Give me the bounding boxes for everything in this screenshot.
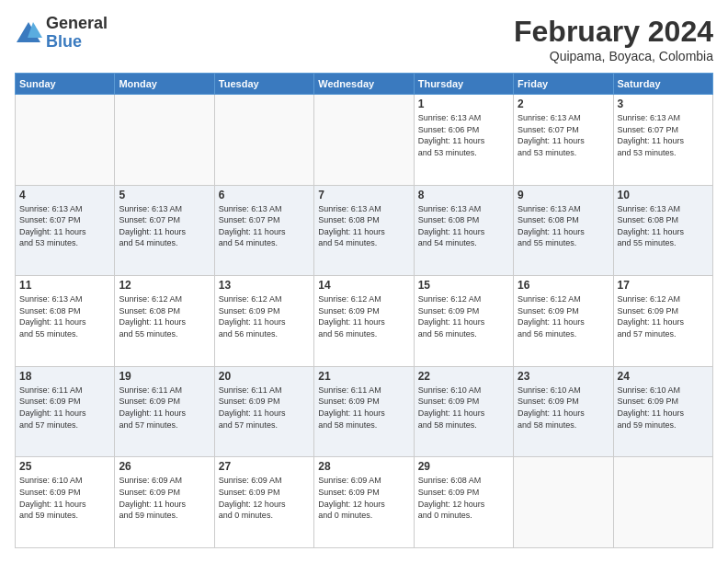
day-number: 25 (19, 460, 110, 473)
calendar-day: 22Sunrise: 6:10 AM Sunset: 6:09 PM Dayli… (414, 366, 513, 457)
calendar-day: 25Sunrise: 6:10 AM Sunset: 6:09 PM Dayli… (16, 457, 115, 548)
day-info: Sunrise: 6:09 AM Sunset: 6:09 PM Dayligh… (219, 475, 310, 521)
day-number: 5 (119, 189, 210, 201)
page: General Blue February 2024 Quipama, Boya… (0, 0, 728, 563)
day-number: 20 (219, 370, 310, 383)
calendar-week-5: 25Sunrise: 6:10 AM Sunset: 6:09 PM Dayli… (16, 457, 713, 548)
day-number: 22 (418, 370, 509, 383)
day-info: Sunrise: 6:13 AM Sunset: 6:07 PM Dayligh… (19, 203, 110, 249)
day-info: Sunrise: 6:13 AM Sunset: 6:07 PM Dayligh… (518, 112, 609, 158)
day-number: 9 (518, 189, 609, 201)
day-number: 24 (618, 370, 709, 383)
calendar-day (16, 95, 115, 186)
day-info: Sunrise: 6:12 AM Sunset: 6:09 PM Dayligh… (618, 293, 709, 339)
logo-text: General Blue (46, 15, 108, 52)
calendar-day (115, 95, 214, 186)
day-info: Sunrise: 6:13 AM Sunset: 6:08 PM Dayligh… (19, 293, 110, 339)
day-number: 8 (418, 189, 509, 201)
day-info: Sunrise: 6:10 AM Sunset: 6:09 PM Dayligh… (518, 385, 609, 431)
calendar-day: 1Sunrise: 6:13 AM Sunset: 6:06 PM Daylig… (414, 95, 513, 186)
day-info: Sunrise: 6:13 AM Sunset: 6:07 PM Dayligh… (219, 203, 310, 249)
header-row: Sunday Monday Tuesday Wednesday Thursday… (16, 74, 713, 95)
day-info: Sunrise: 6:13 AM Sunset: 6:08 PM Dayligh… (618, 203, 709, 249)
calendar-day: 10Sunrise: 6:13 AM Sunset: 6:08 PM Dayli… (613, 185, 712, 276)
day-info: Sunrise: 6:13 AM Sunset: 6:08 PM Dayligh… (318, 203, 409, 249)
day-info: Sunrise: 6:13 AM Sunset: 6:07 PM Dayligh… (618, 112, 709, 158)
day-number: 15 (418, 279, 509, 292)
day-info: Sunrise: 6:12 AM Sunset: 6:09 PM Dayligh… (318, 293, 409, 339)
day-number: 6 (219, 189, 310, 201)
calendar-day: 24Sunrise: 6:10 AM Sunset: 6:09 PM Dayli… (613, 366, 712, 457)
day-number: 29 (418, 460, 509, 473)
day-info: Sunrise: 6:13 AM Sunset: 6:06 PM Dayligh… (418, 112, 509, 158)
day-number: 14 (318, 279, 409, 292)
day-number: 12 (119, 279, 210, 292)
calendar-day: 12Sunrise: 6:12 AM Sunset: 6:08 PM Dayli… (115, 276, 214, 367)
calendar-day: 4Sunrise: 6:13 AM Sunset: 6:07 PM Daylig… (16, 185, 115, 276)
calendar-day: 2Sunrise: 6:13 AM Sunset: 6:07 PM Daylig… (514, 95, 613, 186)
calendar-day: 7Sunrise: 6:13 AM Sunset: 6:08 PM Daylig… (314, 185, 414, 276)
calendar-day: 23Sunrise: 6:10 AM Sunset: 6:09 PM Dayli… (514, 366, 613, 457)
title-location: Quipama, Boyaca, Colombia (514, 49, 713, 63)
day-info: Sunrise: 6:08 AM Sunset: 6:09 PM Dayligh… (418, 475, 509, 521)
day-info: Sunrise: 6:10 AM Sunset: 6:09 PM Dayligh… (618, 385, 709, 431)
logo-icon (15, 19, 42, 47)
col-friday: Friday (514, 74, 613, 95)
calendar-day: 11Sunrise: 6:13 AM Sunset: 6:08 PM Dayli… (16, 276, 115, 367)
calendar-week-4: 18Sunrise: 6:11 AM Sunset: 6:09 PM Dayli… (16, 366, 713, 457)
day-number: 18 (19, 370, 110, 383)
day-info: Sunrise: 6:11 AM Sunset: 6:09 PM Dayligh… (19, 385, 110, 431)
calendar-week-2: 4Sunrise: 6:13 AM Sunset: 6:07 PM Daylig… (16, 185, 713, 276)
day-number: 2 (518, 98, 609, 110)
day-info: Sunrise: 6:11 AM Sunset: 6:09 PM Dayligh… (318, 385, 409, 431)
day-info: Sunrise: 6:12 AM Sunset: 6:08 PM Dayligh… (119, 293, 210, 339)
day-number: 21 (318, 370, 409, 383)
day-number: 3 (618, 98, 709, 110)
calendar-day: 15Sunrise: 6:12 AM Sunset: 6:09 PM Dayli… (414, 276, 513, 367)
calendar-week-1: 1Sunrise: 6:13 AM Sunset: 6:06 PM Daylig… (16, 95, 713, 186)
day-info: Sunrise: 6:10 AM Sunset: 6:09 PM Dayligh… (418, 385, 509, 431)
calendar-day: 17Sunrise: 6:12 AM Sunset: 6:09 PM Dayli… (613, 276, 712, 367)
calendar-day: 8Sunrise: 6:13 AM Sunset: 6:08 PM Daylig… (414, 185, 513, 276)
day-number: 23 (518, 370, 609, 383)
calendar-header: Sunday Monday Tuesday Wednesday Thursday… (16, 74, 713, 95)
day-number: 17 (618, 279, 709, 292)
calendar-day: 14Sunrise: 6:12 AM Sunset: 6:09 PM Dayli… (314, 276, 414, 367)
day-info: Sunrise: 6:10 AM Sunset: 6:09 PM Dayligh… (19, 475, 110, 521)
col-tuesday: Tuesday (214, 74, 313, 95)
logo: General Blue (15, 15, 108, 52)
day-info: Sunrise: 6:11 AM Sunset: 6:09 PM Dayligh… (119, 385, 210, 431)
day-number: 1 (418, 98, 509, 110)
calendar-day: 26Sunrise: 6:09 AM Sunset: 6:09 PM Dayli… (115, 457, 214, 548)
day-info: Sunrise: 6:09 AM Sunset: 6:09 PM Dayligh… (318, 475, 409, 521)
day-number: 7 (318, 189, 409, 201)
day-number: 27 (219, 460, 310, 473)
calendar-day: 28Sunrise: 6:09 AM Sunset: 6:09 PM Dayli… (314, 457, 414, 548)
day-number: 13 (219, 279, 310, 292)
day-number: 26 (119, 460, 210, 473)
calendar-day: 5Sunrise: 6:13 AM Sunset: 6:07 PM Daylig… (115, 185, 214, 276)
calendar-day (613, 457, 712, 548)
calendar-day (214, 95, 313, 186)
calendar-day: 16Sunrise: 6:12 AM Sunset: 6:09 PM Dayli… (514, 276, 613, 367)
calendar-day: 6Sunrise: 6:13 AM Sunset: 6:07 PM Daylig… (214, 185, 313, 276)
day-number: 4 (19, 189, 110, 201)
day-number: 11 (19, 279, 110, 292)
day-info: Sunrise: 6:13 AM Sunset: 6:07 PM Dayligh… (119, 203, 210, 249)
calendar-day: 9Sunrise: 6:13 AM Sunset: 6:08 PM Daylig… (514, 185, 613, 276)
calendar-day: 21Sunrise: 6:11 AM Sunset: 6:09 PM Dayli… (314, 366, 414, 457)
calendar-day (314, 95, 414, 186)
day-info: Sunrise: 6:12 AM Sunset: 6:09 PM Dayligh… (518, 293, 609, 339)
day-info: Sunrise: 6:11 AM Sunset: 6:09 PM Dayligh… (219, 385, 310, 431)
day-number: 10 (618, 189, 709, 201)
day-info: Sunrise: 6:13 AM Sunset: 6:08 PM Dayligh… (418, 203, 509, 249)
calendar-day: 18Sunrise: 6:11 AM Sunset: 6:09 PM Dayli… (16, 366, 115, 457)
day-info: Sunrise: 6:09 AM Sunset: 6:09 PM Dayligh… (119, 475, 210, 521)
calendar-week-3: 11Sunrise: 6:13 AM Sunset: 6:08 PM Dayli… (16, 276, 713, 367)
calendar-day: 13Sunrise: 6:12 AM Sunset: 6:09 PM Dayli… (214, 276, 313, 367)
calendar-day (514, 457, 613, 548)
calendar-body: 1Sunrise: 6:13 AM Sunset: 6:06 PM Daylig… (16, 95, 713, 548)
day-info: Sunrise: 6:13 AM Sunset: 6:08 PM Dayligh… (518, 203, 609, 249)
day-number: 28 (318, 460, 409, 473)
calendar-day: 19Sunrise: 6:11 AM Sunset: 6:09 PM Dayli… (115, 366, 214, 457)
